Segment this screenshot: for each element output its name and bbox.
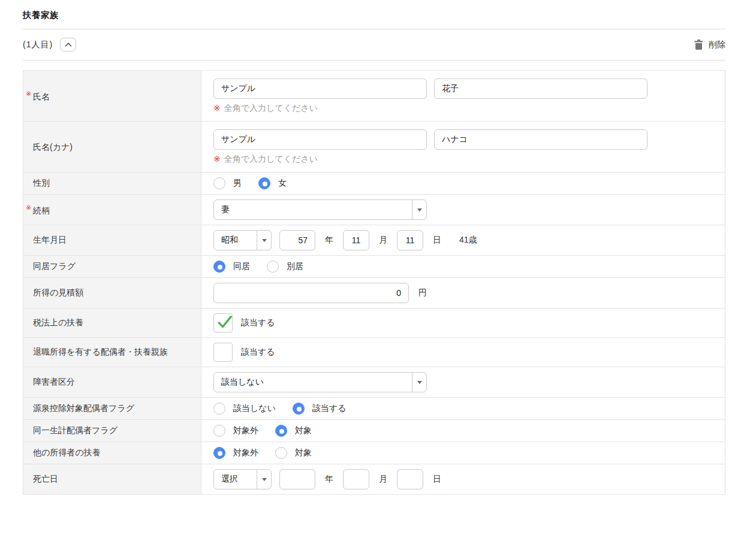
other-earner-dependent-label: 他の所得者の扶養 [23,442,201,464]
disability-select[interactable]: 該当しない [213,372,427,392]
birth-month-input[interactable] [343,230,369,250]
checkbox-unchecked-icon [213,343,233,362]
death-month-input[interactable] [343,469,369,489]
caret-down-icon [412,373,426,392]
birth-day-input[interactable] [397,230,423,250]
kana-label: 氏名(カナ) [23,122,201,173]
caret-down-icon [257,470,271,489]
caret-down-icon [412,200,426,219]
retirement-income-label: 退職所得を有する配偶者・扶養親族 [23,338,201,367]
required-mark: ※ [26,204,33,211]
year-unit-label: 年 [325,235,333,246]
year-unit-label: 年 [325,474,333,485]
form-row-living-together: 同居フラグ 同居 別居 [23,256,725,278]
name-label: ※氏名 [23,71,201,122]
chevron-up-icon [65,42,72,47]
living-together-radio[interactable]: 同居 [213,261,250,273]
form-row-name: ※氏名 ※全角で入力してください [23,71,725,122]
gender-label: 性別 [23,173,201,195]
first-name-kana-input[interactable] [434,129,647,150]
radio-unchecked-icon [267,261,279,273]
day-unit-label: 日 [433,474,441,485]
radio-unchecked-icon [275,447,287,459]
form-row-gender: 性別 男 女 [23,173,725,195]
collapse-button[interactable] [60,38,76,52]
death-year-input[interactable] [279,469,315,489]
estimated-income-input[interactable] [213,283,409,303]
gender-female-radio[interactable]: 女 [258,177,287,189]
radio-checked-icon [293,403,305,415]
form-row-birthday: 生年月日 昭和 年 月 日 41歳 [23,225,725,256]
birthday-label: 生年月日 [23,225,201,256]
relationship-label: ※続柄 [23,195,201,225]
radio-unchecked-icon [213,425,225,437]
form-row-death-date: 死亡日 選択 年 月 日 [23,464,725,495]
radio-checked-icon [258,177,270,189]
form-row-withholding-spouse: 源泉控除対象配偶者フラグ 該当しない 該当する [23,398,725,420]
age-label: 41歳 [459,235,477,246]
retirement-income-checkbox[interactable]: 該当する [213,343,715,362]
person-index-label: (1人目) [23,40,53,50]
required-mark: ※ [26,90,33,98]
withholding-spouse-yes-radio[interactable]: 該当する [293,403,347,415]
kana-hint: ※全角で入力してください [213,154,715,165]
living-separate-radio[interactable]: 別居 [267,261,303,273]
same-livelihood-spouse-label: 同一生計配偶者フラグ [23,420,201,442]
same-livelihood-no-radio[interactable]: 対象外 [213,425,258,437]
estimated-income-label: 所得の見積額 [23,278,201,309]
name-hint: ※全角で入力してください [213,103,715,114]
gender-male-radio[interactable]: 男 [213,177,242,189]
last-name-kana-input[interactable] [213,129,427,150]
form-row-tax-dependent: 税法上の扶養 該当する [23,309,725,338]
person-header: (1人目) [23,38,76,52]
month-unit-label: 月 [379,235,387,246]
withholding-spouse-no-radio[interactable]: 該当しない [213,403,276,415]
dependent-family-form: 扶養家族 (1人目) 削除 ※氏名 [0,0,756,495]
form-row-relationship: ※続柄 妻 [23,195,725,225]
radio-unchecked-icon [213,403,225,415]
form-row-retirement-income: 退職所得を有する配偶者・扶養親族 該当する [23,338,725,367]
radio-unchecked-icon [213,177,225,189]
form-row-same-livelihood-spouse: 同一生計配偶者フラグ 対象外 対象 [23,420,725,442]
last-name-input[interactable] [213,78,427,99]
first-name-input[interactable] [434,78,647,99]
death-day-input[interactable] [397,469,423,489]
living-together-label: 同居フラグ [23,256,201,278]
other-earner-no-radio[interactable]: 対象外 [213,447,258,459]
radio-checked-icon [213,261,225,273]
month-unit-label: 月 [379,474,387,485]
tax-dependent-label: 税法上の扶養 [23,309,201,338]
checkbox-checked-icon [213,313,233,333]
form-table: ※氏名 ※全角で入力してください 氏名(カナ) ※全角で入力してください 性別 [23,70,725,495]
page-title: 扶養家族 [23,0,725,29]
birth-year-input[interactable] [279,230,315,250]
day-unit-label: 日 [433,235,441,246]
relationship-select[interactable]: 妻 [213,200,427,220]
withholding-spouse-label: 源泉控除対象配偶者フラグ [23,398,201,420]
person-bar: (1人目) 削除 [23,29,725,61]
death-era-select[interactable]: 選択 [213,469,272,489]
delete-button-label: 削除 [709,40,725,50]
form-row-estimated-income: 所得の見積額 円 [23,278,725,309]
caret-down-icon [257,231,271,250]
tax-dependent-checkbox[interactable]: 該当する [213,313,715,333]
era-select[interactable]: 昭和 [213,230,272,250]
death-date-label: 死亡日 [23,464,201,495]
form-row-kana: 氏名(カナ) ※全角で入力してください [23,122,725,173]
trash-icon [694,40,703,50]
disability-label: 障害者区分 [23,367,201,398]
radio-checked-icon [275,425,287,437]
form-row-disability: 障害者区分 該当しない [23,367,725,398]
radio-checked-icon [213,447,225,459]
yen-unit-label: 円 [418,288,427,298]
form-row-other-earner-dependent: 他の所得者の扶養 対象外 対象 [23,442,725,464]
delete-button[interactable]: 削除 [694,40,725,50]
other-earner-yes-radio[interactable]: 対象 [275,447,312,459]
same-livelihood-yes-radio[interactable]: 対象 [275,425,312,437]
